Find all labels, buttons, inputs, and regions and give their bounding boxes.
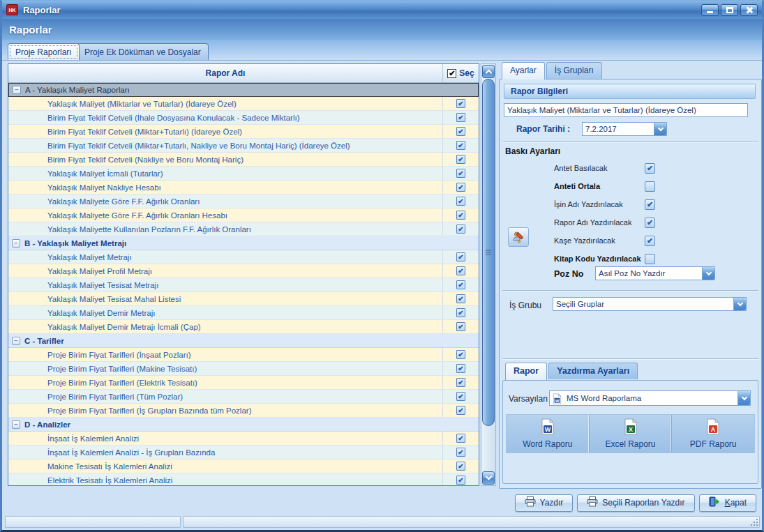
chevron-down-icon[interactable]	[733, 298, 746, 310]
table-row[interactable]: Proje Birim Fiyat Tarifleri (İş Grupları…	[8, 404, 479, 418]
row-checkbox[interactable]: ✔	[456, 434, 465, 443]
table-row[interactable]: Yaklaşık Maliyet Tesisat Metrajı✔	[8, 278, 479, 292]
maximize-button[interactable]	[721, 4, 738, 16]
row-checkbox[interactable]: ✔	[456, 476, 465, 485]
table-row[interactable]: İnşaat İş Kalemleri Analizi - İş Gruplar…	[8, 446, 479, 459]
tab-ayarlar[interactable]: Ayarlar	[502, 62, 545, 79]
row-checkbox[interactable]: ✔	[456, 183, 465, 192]
table-row[interactable]: İnşaat İş Kalemleri Analizi✔	[8, 432, 479, 446]
tab-proje-ek-dokuman[interactable]: Proje Ek Döküman ve Dosyalar	[77, 43, 209, 60]
table-row[interactable]: Proje Birim Fiyat Tarifleri (Elektrik Te…	[8, 376, 479, 390]
option-checkbox[interactable]: ✔	[645, 218, 655, 228]
tab-proje-raporlari[interactable]: Proje Raporları	[8, 43, 80, 60]
group-header-row[interactable]: −D - Analizler	[8, 418, 479, 432]
pdf-raporu-button[interactable]: APDF Raporu	[672, 415, 754, 453]
row-checkbox[interactable]: ✔	[456, 322, 465, 331]
collapse-icon[interactable]: −	[13, 86, 21, 94]
option-checkbox[interactable]	[645, 181, 655, 192]
minimize-button[interactable]	[701, 4, 719, 16]
row-checkbox[interactable]: ✔	[456, 448, 465, 457]
table-row[interactable]: Yaklaşık Maliyete Göre F.F. Ağırlık Oran…	[8, 208, 479, 222]
close-button[interactable]	[740, 4, 758, 16]
row-checkbox[interactable]: ✔	[456, 462, 465, 471]
chevron-down-icon[interactable]	[737, 391, 750, 405]
table-row[interactable]: Yaklaşık Maliyet Profil Metrajı✔	[8, 264, 479, 278]
row-checkbox[interactable]: ✔	[456, 197, 465, 206]
row-checkbox[interactable]: ✔	[456, 225, 465, 234]
option-checkbox[interactable]: ✔	[645, 199, 655, 210]
row-checkbox[interactable]: ✔	[456, 252, 465, 261]
row-checkbox[interactable]: ✔	[456, 169, 465, 178]
scrollbar-thumb[interactable]	[482, 79, 495, 426]
table-row[interactable]: Birim Fiyat Teklif Cetveli (Miktar+Tutar…	[8, 139, 479, 153]
group-header-row[interactable]: −C - Tarifler	[8, 334, 479, 348]
poz-no-combo[interactable]: Asıl Poz No Yazdır	[595, 266, 715, 280]
kapat-button[interactable]: Kapat	[699, 494, 756, 512]
table-row[interactable]: Elektrik Tesisatı İş Kalemleri Analizi✔	[8, 473, 479, 486]
svg-text:W: W	[545, 426, 551, 433]
row-checkbox[interactable]: ✔	[456, 155, 465, 164]
row-checkbox[interactable]: ✔	[456, 378, 465, 387]
excel-raporu-button[interactable]: XExcel Raporu	[590, 415, 673, 453]
table-row[interactable]: Makine Tesisatı İş Kalemleri Analizi✔	[8, 459, 479, 473]
secili-raporlari-yazdir-button[interactable]: Seçili Raporları Yazdır	[577, 494, 694, 512]
table-row[interactable]: Yaklaşık Maliyet İcmali (Tutarlar)✔	[8, 167, 479, 181]
option-checkbox[interactable]: ✔	[645, 236, 655, 246]
tab-rapor[interactable]: Rapor	[505, 363, 547, 380]
table-row[interactable]: Yaklaşık Maliyet Metrajı✔	[8, 250, 479, 264]
group-header-row[interactable]: −A - Yaklaşık Maliyet Raporları	[8, 83, 479, 97]
table-row[interactable]: Yaklaşık Maliyet Demir Metrajı✔	[8, 306, 479, 320]
option-checkbox[interactable]	[645, 254, 655, 264]
select-all-checkbox[interactable]: ✔	[447, 69, 456, 78]
table-row[interactable]: Yaklaşık Maliyet Demir Metrajı İcmali (Ç…	[8, 320, 479, 334]
row-checkbox[interactable]: ✔	[456, 280, 465, 289]
table-row[interactable]: Yaklaşık Maliyet (Miktarlar ve Tutarlar)…	[8, 97, 479, 111]
word-raporu-button[interactable]: WWord Raporu	[507, 415, 590, 453]
table-row[interactable]: Proje Birim Fiyat Tarifleri (İnşaat Pozl…	[8, 348, 479, 362]
chevron-down-icon[interactable]	[654, 123, 666, 135]
is-grubu-combo[interactable]: Seçili Gruplar	[553, 297, 747, 311]
collapse-icon[interactable]: −	[12, 239, 20, 248]
row-checkbox[interactable]: ✔	[456, 266, 465, 275]
row-checkbox[interactable]: ✔	[456, 99, 465, 108]
row-checkbox[interactable]: ✔	[456, 141, 465, 150]
table-row[interactable]: Yaklaşık Maliyette Kullanılan Pozların F…	[8, 222, 479, 236]
tab-yazdirma-ayarlari[interactable]: Yazdırma Ayarları	[548, 363, 638, 379]
select-cell: ✔	[442, 125, 479, 138]
scroll-down-button[interactable]	[482, 471, 495, 485]
column-header-rapor-adi[interactable]: Rapor Adı	[8, 64, 442, 82]
row-checkbox[interactable]: ✔	[456, 308, 465, 317]
varsayilan-combo[interactable]: MS Word Raporlama W	[549, 390, 751, 406]
stamp-edit-button[interactable]	[508, 227, 529, 247]
row-checkbox[interactable]: ✔	[456, 364, 465, 373]
table-scrollbar[interactable]	[481, 63, 496, 486]
group-header-row[interactable]: −B - Yaklaşık Maliyet Metrajı	[8, 236, 479, 250]
table-row[interactable]: Yaklaşık Maliyet Tesisat Mahal Listesi✔	[8, 292, 479, 306]
row-checkbox[interactable]: ✔	[456, 350, 465, 359]
table-row[interactable]: Yaklaşık Maliyete Göre F.F. Ağırlık Oran…	[8, 195, 479, 208]
table-row[interactable]: Proje Birim Fiyat Tarifleri (Makine Tesi…	[8, 362, 479, 376]
row-checkbox[interactable]: ✔	[456, 113, 465, 122]
table-row[interactable]: Birim Fiyat Teklif Cetveli (İhale Dosyas…	[8, 111, 479, 125]
chevron-down-icon[interactable]	[702, 267, 714, 280]
rapor-tarihi-combo[interactable]: 7.2.2017	[582, 122, 667, 136]
row-checkbox[interactable]: ✔	[456, 127, 465, 136]
collapse-icon[interactable]: −	[12, 337, 20, 345]
resize-grip[interactable]	[751, 519, 758, 526]
select-cell: ✔	[442, 348, 479, 361]
table-row[interactable]: Yaklaşık Maliyet Nakliye Hesabı✔	[8, 181, 479, 195]
collapse-icon[interactable]: −	[12, 420, 20, 429]
row-checkbox[interactable]: ✔	[456, 211, 465, 220]
table-row[interactable]: Birim Fiyat Teklif Cetveli (Nakliye ve B…	[8, 153, 479, 167]
yazdir-button[interactable]: Yazdır	[515, 494, 574, 512]
row-checkbox[interactable]: ✔	[456, 294, 465, 303]
option-checkbox[interactable]: ✔	[645, 163, 655, 174]
row-checkbox[interactable]: ✔	[456, 406, 465, 415]
table-row[interactable]: Proje Birim Fiyat Tarifleri (Tüm Pozlar)…	[8, 390, 479, 404]
report-name-input[interactable]	[504, 103, 748, 117]
table-row[interactable]: Birim Fiyat Teklif Cetveli (Miktar+Tutar…	[8, 125, 479, 139]
scroll-up-button[interactable]	[482, 65, 495, 78]
row-checkbox[interactable]: ✔	[456, 392, 465, 401]
tab-is-gruplari[interactable]: İş Grupları	[546, 62, 602, 79]
export-button-strip: WWord RaporuXExcel RaporuAPDF Raporu	[506, 414, 755, 453]
